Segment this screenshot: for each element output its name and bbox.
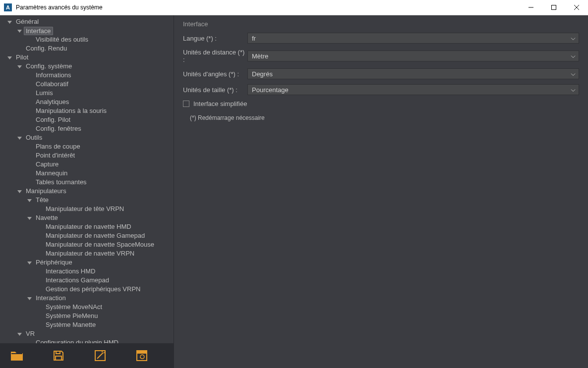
tree-expanded-icon[interactable] bbox=[26, 259, 33, 266]
tree-spacer-icon bbox=[26, 90, 33, 97]
taille-select[interactable]: Pourcentage bbox=[247, 84, 579, 95]
tree-expanded-icon[interactable] bbox=[16, 63, 23, 70]
tree-item[interactable]: Manipulateur de navette Gamepad bbox=[0, 231, 174, 240]
tree-item-label: Capture bbox=[34, 160, 60, 169]
tree-item[interactable]: Manipulateur de tête VRPN bbox=[0, 205, 174, 213]
tree-expanded-icon[interactable] bbox=[16, 330, 23, 337]
tree-item-label: Manipulateur de navette VRPN bbox=[44, 249, 136, 258]
tree-item[interactable]: Point d'intérêt bbox=[0, 151, 174, 160]
tree-item[interactable]: Système MoveNAct bbox=[0, 303, 174, 312]
simplified-label: Interface simplifiée bbox=[193, 100, 247, 107]
svg-rect-5 bbox=[137, 351, 147, 353]
tree-item[interactable]: Système PieMenu bbox=[0, 312, 174, 320]
tree-item[interactable]: Analytiques bbox=[0, 98, 174, 106]
tree-item[interactable]: Config. fenêtres bbox=[0, 124, 174, 133]
svg-rect-1 bbox=[56, 351, 60, 354]
tree-expanded-icon[interactable] bbox=[16, 27, 23, 34]
close-button[interactable] bbox=[565, 0, 588, 15]
tree-expanded-icon[interactable] bbox=[16, 134, 23, 141]
tree-spacer-icon bbox=[26, 152, 33, 159]
angles-value: Degrés bbox=[252, 70, 273, 78]
tree-item[interactable]: Général bbox=[0, 17, 174, 26]
tree-item[interactable]: Plans de coupe bbox=[0, 142, 174, 151]
tree-spacer-icon bbox=[26, 179, 33, 186]
tree-item[interactable]: Visibilité des outils bbox=[0, 35, 174, 44]
tree-expanded-icon[interactable] bbox=[26, 197, 33, 204]
tree-expanded-icon[interactable] bbox=[6, 54, 13, 61]
chevron-down-icon bbox=[571, 35, 576, 42]
tree-item[interactable]: Tables tournantes bbox=[0, 178, 174, 187]
maximize-button[interactable] bbox=[542, 0, 565, 15]
tree-spacer-icon bbox=[36, 241, 43, 248]
save-button[interactable] bbox=[52, 349, 65, 363]
tree-item-label: Lumis bbox=[34, 89, 55, 98]
tree-expanded-icon[interactable] bbox=[16, 188, 23, 195]
tree-item[interactable]: Configuration du plugin HMD bbox=[0, 338, 174, 343]
tree-spacer-icon bbox=[26, 125, 33, 132]
tree-item-label: Périphérique bbox=[34, 258, 74, 267]
tree-item-label: Manipulateurs bbox=[24, 187, 68, 196]
tree-item[interactable]: Interaction bbox=[0, 294, 174, 303]
tree-expanded-icon[interactable] bbox=[26, 295, 33, 302]
tree-item[interactable]: Config. Pilot bbox=[0, 115, 174, 124]
bottom-toolbar bbox=[0, 343, 174, 368]
tree-item[interactable]: Manipulateurs bbox=[0, 187, 174, 196]
tree-item[interactable]: Gestion des périphériques VRPN bbox=[0, 285, 174, 294]
tree-item[interactable]: Config. système bbox=[0, 62, 174, 71]
tree-item[interactable]: Config. Rendu bbox=[0, 44, 174, 53]
tree-spacer-icon bbox=[36, 304, 43, 311]
distance-select[interactable]: Mètre bbox=[247, 51, 579, 61]
tree-item[interactable]: Manipulateur de navette SpaceMouse bbox=[0, 240, 174, 249]
section-title: Interface bbox=[183, 20, 579, 28]
tree-spacer-icon bbox=[36, 286, 43, 293]
tree-spacer-icon bbox=[36, 223, 43, 230]
sidebar: GénéralInterfaceVisibilité des outilsCon… bbox=[0, 15, 174, 368]
tree-spacer-icon bbox=[36, 232, 43, 239]
tree-item[interactable]: Navette bbox=[0, 213, 174, 222]
tree-spacer-icon bbox=[36, 321, 43, 328]
tree-item[interactable]: Pilot bbox=[0, 53, 174, 62]
tree-item-label: Système Manette bbox=[44, 320, 98, 329]
tree-expanded-icon[interactable] bbox=[26, 214, 33, 221]
tree-item[interactable]: Manipulations à la souris bbox=[0, 106, 174, 115]
tree-item-label: Config. système bbox=[24, 62, 74, 71]
open-folder-button[interactable] bbox=[10, 349, 24, 363]
tree-item[interactable]: VR bbox=[0, 329, 174, 338]
angles-select[interactable]: Degrés bbox=[247, 68, 579, 79]
content-panel: Interface Langue (*) : fr Unités de dist… bbox=[174, 15, 588, 368]
tree-item[interactable]: Informations bbox=[0, 71, 174, 80]
tree-item-label: Analytiques bbox=[34, 98, 71, 106]
tree-item[interactable]: Lumis bbox=[0, 89, 174, 98]
wand-button[interactable] bbox=[93, 349, 107, 363]
tree-item-label: Navette bbox=[34, 213, 60, 222]
tree-item[interactable]: Tête bbox=[0, 196, 174, 205]
reload-button[interactable] bbox=[135, 349, 149, 363]
window-title: Paramètres avancés du système bbox=[16, 4, 520, 11]
distance-label: Unités de distance (*) : bbox=[183, 49, 247, 63]
tree-item[interactable]: Système Manette bbox=[0, 320, 174, 329]
tree-item[interactable]: Manipulateur de navette HMD bbox=[0, 222, 174, 231]
tree-item[interactable]: Manipulateur de navette VRPN bbox=[0, 249, 174, 258]
tree-spacer-icon bbox=[26, 339, 33, 343]
tree-item-label: Outils bbox=[24, 133, 44, 142]
tree-item[interactable]: Outils bbox=[0, 133, 174, 142]
tree-item[interactable]: Capture bbox=[0, 160, 174, 169]
tree-item[interactable]: Interactions Gamepad bbox=[0, 276, 174, 285]
tree-item[interactable]: Périphérique bbox=[0, 258, 174, 267]
tree-item-label: Tête bbox=[34, 196, 51, 205]
tree-item-label: Système MoveNAct bbox=[44, 303, 104, 312]
tree-expanded-icon[interactable] bbox=[6, 18, 13, 25]
simplified-checkbox[interactable] bbox=[183, 101, 189, 107]
tree-item[interactable]: Interface bbox=[0, 26, 174, 35]
restart-note: (*) Redémarrage nécessaire bbox=[190, 114, 579, 121]
tree-item[interactable]: Collaboratif bbox=[0, 80, 174, 89]
tree-item-label: Manipulateur de tête VRPN bbox=[44, 205, 126, 213]
tree-item[interactable]: Interactions HMD bbox=[0, 267, 174, 276]
title-bar: A Paramètres avancés du système bbox=[0, 0, 588, 15]
tree-item[interactable]: Mannequin bbox=[0, 169, 174, 178]
langue-select[interactable]: fr bbox=[247, 33, 579, 44]
tree-item-label: Configuration du plugin HMD bbox=[34, 338, 120, 343]
minimize-button[interactable] bbox=[520, 0, 542, 15]
settings-tree[interactable]: GénéralInterfaceVisibilité des outilsCon… bbox=[0, 15, 174, 343]
tree-item-label: Général bbox=[14, 17, 41, 26]
